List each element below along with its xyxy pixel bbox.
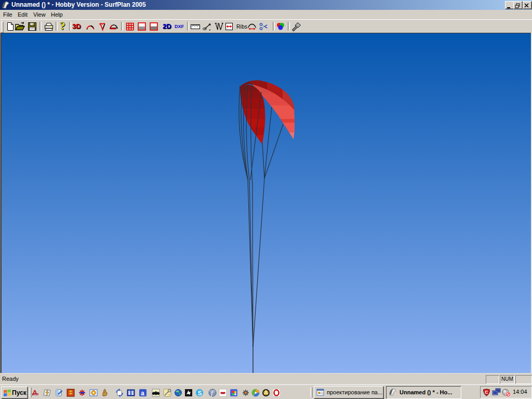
svg-text:C: C <box>485 390 488 395</box>
svg-text:3D: 3D <box>72 22 81 30</box>
svg-text:Ribs: Ribs <box>236 23 247 30</box>
svg-text:S: S <box>198 390 202 397</box>
svg-text:a: a <box>141 390 144 397</box>
svg-text:2D: 2D <box>163 22 171 30</box>
svg-text:120%: 120% <box>33 393 39 396</box>
svg-text:?: ? <box>60 21 65 32</box>
svg-text:DXF: DXF <box>175 24 184 29</box>
